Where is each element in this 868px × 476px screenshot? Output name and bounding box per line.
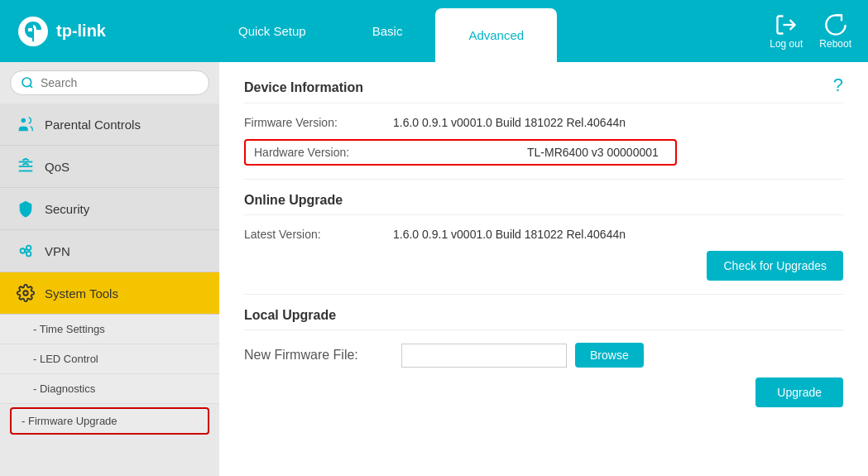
header: tp-link Quick Setup Basic Advanced Log o… [0,0,868,62]
hardware-highlight-box: Hardware Version: TL-MR6400 v3 00000001 [244,139,677,166]
sidebar-item-security[interactable]: Security [0,188,219,230]
svg-point-15 [23,291,28,296]
upgrade-button[interactable]: Upgrade [755,377,843,407]
device-info-header: Device Information ? [244,79,843,103]
sub-item-diagnostics[interactable]: - Diagnostics [0,374,219,404]
reboot-icon [824,13,847,36]
sidebar-item-system-tools-label: System Tools [45,286,118,301]
sub-item-firmware-upgrade[interactable]: - Firmware Upgrade [10,407,209,435]
reboot-label: Reboot [819,38,851,50]
reboot-button[interactable]: Reboot [819,13,851,50]
svg-point-6 [22,118,26,123]
firmware-file-input[interactable] [401,344,567,368]
svg-point-12 [26,252,31,257]
tplink-logo-icon [17,15,50,48]
vpn-icon [17,242,35,260]
firmware-label: Firmware Version: [244,116,393,129]
security-icon [17,200,35,218]
sub-item-led-control[interactable]: - LED Control [0,344,219,374]
logout-button[interactable]: Log out [770,13,803,50]
latest-value: 1.6.0 0.9.1 v0001.0 Build 181022 Rel.406… [393,228,626,241]
logout-label: Log out [770,38,803,50]
hardware-version-row: Hardware Version: TL-MR6400 v3 00000001 [244,139,843,166]
search-input[interactable] [41,76,199,89]
qos-icon [17,157,35,175]
hardware-value: TL-MR6400 v3 00000001 [527,146,659,159]
local-upgrade-title: Local Upgrade [244,308,843,330]
hardware-label: Hardware Version: [254,146,403,159]
logo-text: tp-link [56,22,106,41]
svg-point-11 [26,246,31,251]
divider-1 [244,179,843,180]
header-actions: Log out Reboot [770,13,851,50]
divider-2 [244,294,843,295]
sidebar: Parental Controls QoS Security [0,62,219,476]
latest-version-row: Latest Version: 1.6.0 0.9.1 v0001.0 Buil… [244,228,843,241]
layout: Parental Controls QoS Security [0,62,868,476]
firmware-value: 1.6.0 0.9.1 v0001.0 Build 181022 Rel.406… [393,116,626,129]
svg-line-13 [25,248,26,251]
tools-icon [17,284,35,302]
sub-item-diagnostics-label: - Diagnostics [33,382,95,395]
sub-item-firmware-upgrade-label: - Firmware Upgrade [22,415,117,427]
svg-point-10 [21,248,25,253]
parental-icon [17,115,35,133]
sidebar-item-qos-label: QoS [45,160,70,174]
latest-label: Latest Version: [244,228,393,241]
svg-point-4 [22,78,31,87]
logout-icon [774,13,798,36]
firmware-file-row: New Firmware File: Browse [244,343,843,368]
new-firmware-label: New Firmware File: [244,348,393,363]
main-content: Device Information ? Firmware Version: 1… [219,62,868,476]
sidebar-item-system-tools[interactable]: System Tools [0,272,219,315]
sub-item-time-settings[interactable]: - Time Settings [0,315,219,344]
nav-tabs: Quick Setup Basic Advanced [205,0,557,62]
sidebar-item-security-label: Security [45,202,89,216]
svg-rect-1 [32,28,34,41]
sidebar-item-qos[interactable]: QoS [0,146,219,188]
help-icon[interactable]: ? [833,75,843,96]
search-icon [21,76,34,89]
check-upgrades-button[interactable]: Check for Upgrades [707,251,843,281]
sidebar-item-parental-controls-label: Parental Controls [45,118,141,132]
device-info-title: Device Information [244,80,363,95]
search-box [10,70,209,95]
sub-item-led-control-label: - LED Control [33,353,98,365]
firmware-version-row: Firmware Version: 1.6.0 0.9.1 v0001.0 Bu… [244,116,843,129]
tab-quick-setup[interactable]: Quick Setup [205,0,339,62]
svg-line-14 [25,251,26,253]
sub-item-time-settings-label: - Time Settings [33,323,105,335]
svg-line-5 [30,85,32,88]
logo-area: tp-link [17,15,106,48]
sidebar-item-vpn-label: VPN [45,244,70,258]
tab-basic[interactable]: Basic [339,0,436,62]
browse-button[interactable]: Browse [575,343,644,368]
online-upgrade-title: Online Upgrade [244,193,843,215]
sidebar-item-vpn[interactable]: VPN [0,230,219,272]
upgrade-btn-row: Upgrade [244,377,843,407]
tab-advanced[interactable]: Advanced [435,8,557,62]
sidebar-item-parental-controls[interactable]: Parental Controls [0,103,219,146]
